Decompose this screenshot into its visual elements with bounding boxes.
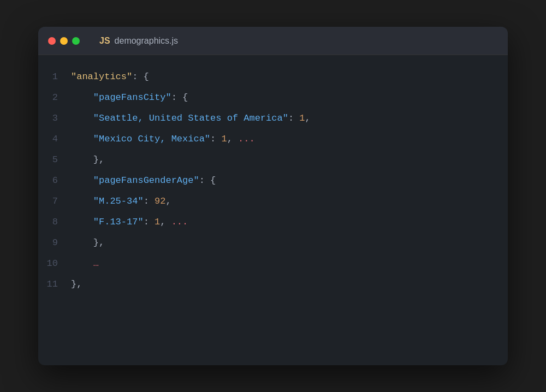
code-line-11: 11 }, — [38, 276, 508, 296]
line-number-10: 10 — [38, 258, 71, 269]
close-button[interactable] — [48, 37, 56, 45]
line-content-1: "analytics": { — [71, 69, 149, 85]
code-line-10: 10 … — [38, 255, 508, 276]
traffic-lights — [48, 37, 80, 45]
line-content-5: }, — [71, 152, 104, 168]
title-bar: JS demographics.js — [38, 27, 508, 55]
line-number-11: 11 — [38, 279, 71, 289]
code-line-7: 7 "M.25-34": 92, — [38, 193, 508, 213]
line-content-7: "M.25-34": 92, — [71, 194, 171, 210]
line-number-4: 4 — [38, 134, 71, 144]
code-line-9: 9 }, — [38, 234, 508, 255]
line-content-3: "Seattle, United States of America": 1, — [71, 111, 311, 127]
js-badge: JS — [99, 36, 110, 46]
maximize-button[interactable] — [72, 37, 80, 45]
line-number-2: 2 — [38, 92, 71, 103]
line-content-9: }, — [71, 235, 104, 251]
line-content-4: "Mexico City, Mexica": 1, ... — [71, 132, 255, 147]
line-number-9: 9 — [38, 237, 71, 248]
line-content-6: "pageFansGenderAge": { — [71, 173, 216, 189]
code-area: 1 "analytics": { 2 "pageFansCity": { 3 "… — [38, 55, 508, 365]
code-line-1: 1 "analytics": { — [38, 68, 508, 89]
line-number-8: 8 — [38, 217, 71, 227]
line-number-7: 7 — [38, 196, 71, 206]
line-content-8: "F.13-17": 1, ... — [71, 215, 188, 230]
tab-title: JS demographics.js — [99, 36, 178, 46]
line-content-2: "pageFansCity": { — [71, 90, 188, 106]
editor-window: JS demographics.js 1 "analytics": { 2 "p… — [38, 27, 508, 365]
code-line-8: 8 "F.13-17": 1, ... — [38, 213, 508, 234]
code-line-3: 3 "Seattle, United States of America": 1… — [38, 110, 508, 130]
line-number-3: 3 — [38, 113, 71, 123]
code-line-5: 5 }, — [38, 151, 508, 172]
line-content-11: }, — [71, 277, 82, 293]
line-number-1: 1 — [38, 72, 71, 82]
line-number-5: 5 — [38, 155, 71, 165]
filename: demographics.js — [115, 36, 179, 46]
line-number-6: 6 — [38, 175, 71, 186]
minimize-button[interactable] — [60, 37, 68, 45]
code-line-6: 6 "pageFansGenderAge": { — [38, 172, 508, 193]
line-content-10: … — [71, 256, 99, 272]
code-line-4: 4 "Mexico City, Mexica": 1, ... — [38, 130, 508, 151]
code-line-2: 2 "pageFansCity": { — [38, 89, 508, 110]
